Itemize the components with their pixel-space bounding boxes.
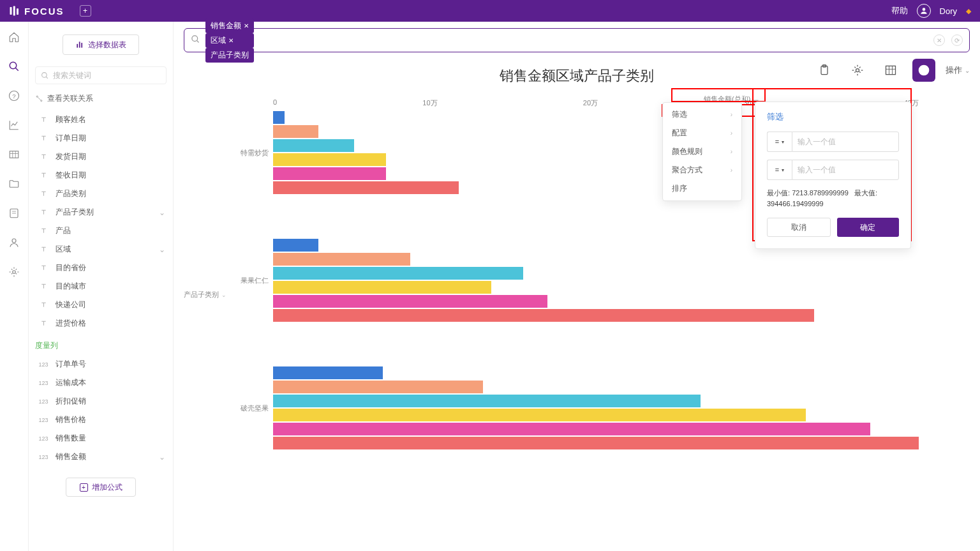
bar[interactable]	[273, 267, 523, 280]
ctx-item-配置[interactable]: 配置›	[663, 124, 741, 142]
chevron-down-icon: ⌄	[159, 208, 165, 217]
action-dropdown[interactable]: 操作 ⌄	[946, 64, 970, 76]
filter-input-1[interactable]	[792, 132, 899, 152]
bar[interactable]	[273, 437, 919, 449]
filter-input-2[interactable]	[792, 160, 899, 180]
bar[interactable]	[273, 111, 285, 124]
filter-panel-title: 筛选	[767, 111, 899, 123]
field-顾客姓名[interactable]: 顾客姓名	[35, 110, 167, 129]
remove-tag-icon[interactable]: ✕	[244, 22, 249, 29]
sidebar-search-input[interactable]	[53, 71, 161, 80]
clipboard-icon[interactable]	[813, 59, 836, 82]
remove-tag-icon[interactable]: ✕	[228, 37, 234, 44]
filter-ok-button[interactable]: 确定	[837, 218, 900, 237]
group-label: 特需炒货	[237, 148, 269, 158]
nav-folder-icon[interactable]	[8, 177, 20, 190]
nav-data-icon[interactable]	[8, 207, 20, 220]
chevron-right-icon: ›	[731, 111, 732, 118]
refresh-query-button[interactable]: ⟳	[951, 34, 963, 46]
field-快递公司[interactable]: 快递公司	[35, 296, 167, 314]
user-avatar[interactable]	[917, 4, 931, 18]
bar[interactable]	[273, 295, 547, 308]
number-type-icon: 123	[36, 361, 50, 368]
bar[interactable]	[273, 309, 814, 322]
bar[interactable]	[273, 395, 701, 407]
query-tag[interactable]: 销售金额✕	[205, 19, 254, 33]
bar[interactable]	[273, 409, 806, 421]
bar-group: 果果仁仁	[273, 239, 919, 322]
nav-search-icon[interactable]	[8, 60, 20, 73]
settings-icon[interactable]	[846, 59, 869, 82]
nav-home-icon[interactable]	[8, 31, 20, 43]
field-折扣促销[interactable]: 123折扣促销	[35, 392, 167, 411]
nav-table-icon[interactable]	[8, 148, 20, 161]
bar[interactable]	[273, 239, 318, 252]
field-订单日期[interactable]: 订单日期	[35, 129, 167, 147]
field-进货价格[interactable]: 进货价格	[35, 314, 167, 333]
bar[interactable]	[273, 125, 318, 138]
x-tick: 20万	[583, 98, 598, 111]
svg-rect-8	[10, 151, 19, 158]
field-产品类别[interactable]: 产品类别	[35, 185, 167, 203]
field-订单单号[interactable]: 123订单单号	[35, 355, 167, 374]
add-tab-button[interactable]: +	[80, 5, 91, 17]
field-目的省份[interactable]: 目的省份	[35, 259, 167, 277]
ctx-item-聚合方式[interactable]: 聚合方式›	[663, 161, 741, 179]
field-目的城市[interactable]: 目的城市	[35, 277, 167, 296]
help-link[interactable]: 帮助	[891, 5, 908, 17]
chevron-right-icon: ›	[731, 130, 732, 137]
bar[interactable]	[273, 167, 386, 180]
table-view-icon[interactable]	[879, 59, 902, 82]
field-销售价格[interactable]: 123销售价格	[35, 411, 167, 429]
y-axis-label[interactable]: 产品子类别 ⌄	[184, 290, 226, 299]
field-销售金额[interactable]: 123销售金额⌄	[35, 448, 167, 466]
user-name[interactable]: Dory	[940, 6, 957, 16]
bar[interactable]	[273, 281, 491, 294]
ctx-item-排序[interactable]: 排序	[663, 179, 741, 198]
nav-help-icon[interactable]: ?	[8, 89, 20, 102]
field-销售数量[interactable]: 123销售数量	[35, 429, 167, 448]
filter-cancel-button[interactable]: 取消	[767, 218, 831, 237]
add-formula-button[interactable]: + 增加公式	[66, 478, 136, 497]
nav-settings-icon[interactable]	[8, 266, 20, 278]
ctx-item-筛选[interactable]: 筛选›	[663, 105, 741, 124]
relation-link[interactable]: 查看关联关系	[35, 93, 167, 104]
text-type-icon	[36, 320, 50, 327]
query-bar[interactable]: 销售金额✕ 区域✕ 产品子类别 ✕ ⟳	[184, 28, 970, 52]
svg-point-3	[922, 8, 925, 11]
nav-chart-icon[interactable]	[8, 119, 20, 132]
premium-icon: ◆	[966, 7, 971, 15]
bar[interactable]	[273, 381, 483, 393]
filter-op-2[interactable]: =▾	[767, 160, 792, 180]
number-type-icon: 123	[36, 435, 50, 442]
bar[interactable]	[273, 153, 386, 166]
sidebar-search[interactable]	[35, 66, 167, 84]
nav-user-icon[interactable]	[8, 236, 20, 249]
ctx-item-颜色规则[interactable]: 颜色规则›	[663, 142, 741, 161]
svg-point-16	[13, 271, 16, 274]
select-table-button[interactable]: 选择数据表	[63, 34, 139, 55]
svg-rect-19	[81, 43, 82, 48]
field-产品[interactable]: 产品	[35, 222, 167, 240]
group-label: 破壳坚果	[237, 404, 269, 413]
bar[interactable]	[273, 423, 870, 435]
query-tag[interactable]: 区域✕	[205, 33, 254, 48]
bar[interactable]	[273, 181, 459, 194]
chart-view-icon[interactable]	[912, 59, 935, 82]
field-产品子类别[interactable]: 产品子类别⌄	[35, 203, 167, 222]
number-type-icon: 123	[36, 417, 50, 423]
bar[interactable]	[273, 253, 410, 266]
nav-rail: ?	[0, 22, 29, 551]
bar[interactable]	[273, 366, 383, 379]
select-table-label: 选择数据表	[88, 40, 126, 50]
field-发货日期[interactable]: 发货日期	[35, 147, 167, 166]
field-区域[interactable]: 区域⌄	[35, 240, 167, 259]
svg-point-29	[856, 69, 859, 72]
field-运输成本[interactable]: 123运输成本	[35, 374, 167, 392]
field-签收日期[interactable]: 签收日期	[35, 166, 167, 185]
filter-op-1[interactable]: =▾	[767, 132, 792, 152]
text-type-icon	[36, 283, 50, 290]
query-tag[interactable]: 产品子类别	[205, 48, 254, 63]
clear-query-button[interactable]: ✕	[933, 34, 945, 46]
bar[interactable]	[273, 139, 354, 152]
